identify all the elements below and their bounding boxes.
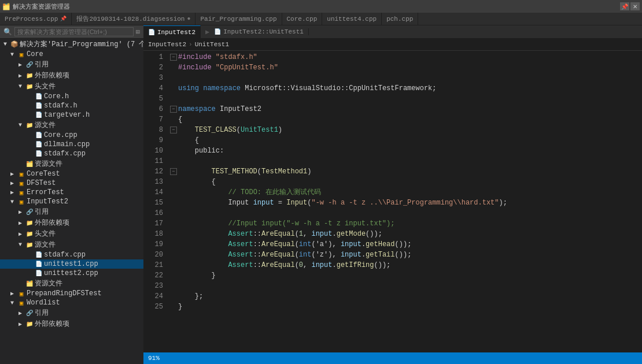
search-input[interactable] bbox=[14, 27, 134, 36]
code-token: . bbox=[332, 260, 336, 270]
code-token: ( bbox=[237, 125, 241, 135]
solution-label: 解决方案'Pair_Programming' (7 个 bbox=[20, 39, 143, 49]
file-unittest2-cpp[interactable]: 📄 unittest2.cpp bbox=[0, 269, 143, 278]
file-label: stdafx.cpp bbox=[44, 150, 86, 158]
tab-pin-icon: 📌 bbox=[60, 16, 67, 22]
code-content[interactable]: −#include "stdafx.h"#include "CppUnitTes… bbox=[168, 51, 642, 352]
collapse-button[interactable]: − bbox=[170, 106, 177, 113]
tab-label: 报告20190314-1028.diagsession bbox=[76, 14, 185, 23]
code-token: TEST_CLASS bbox=[195, 125, 237, 135]
code-line: } bbox=[170, 270, 642, 281]
top-tab-bar: PreProcess.cpp 📌 报告20190314-1028.diagses… bbox=[0, 13, 642, 25]
ref-label: 引用 bbox=[35, 60, 49, 69]
dfstest-label: DFSTest bbox=[27, 179, 56, 187]
wordlist-ext[interactable]: ▶ 📁 外部依赖项 bbox=[0, 318, 143, 329]
close-sidebar-button[interactable]: ✕ bbox=[630, 2, 640, 10]
file-core-cpp[interactable]: 📄 Core.cpp bbox=[0, 131, 143, 140]
search-icon: 🔍 bbox=[3, 28, 12, 36]
core-ext-deps[interactable]: ▶ 📁 外部依赖项 bbox=[0, 70, 143, 81]
core-sources[interactable]: ▼ 📁 源文件 bbox=[0, 120, 143, 131]
core-ref[interactable]: ▶ 🔗 引用 bbox=[0, 59, 143, 70]
code-token: , bbox=[303, 229, 311, 239]
inputtest2-resources[interactable]: 🗂️ 资源文件 bbox=[0, 278, 143, 289]
ext-arrow: ▶ bbox=[16, 72, 24, 79]
inputtest2-sources[interactable]: ▼ 📁 源文件 bbox=[0, 239, 143, 250]
code-token: }; bbox=[178, 291, 203, 302]
project-wordlist[interactable]: ▼ ▣ Wordlist bbox=[0, 298, 143, 307]
collapse-button[interactable]: − bbox=[170, 54, 177, 61]
file-stdafx2-cpp[interactable]: 📄 stdafx.cpp bbox=[0, 250, 143, 259]
code-token bbox=[178, 166, 212, 177]
file-targetver-h[interactable]: 📄 targetver.h bbox=[0, 110, 143, 120]
src-label: 源文件 bbox=[35, 120, 56, 130]
collapse-button[interactable]: − bbox=[170, 168, 177, 175]
file-core-h[interactable]: 📄 Core.h bbox=[0, 92, 143, 101]
inputtest2-ext[interactable]: ▶ 📁 外部依赖项 bbox=[0, 217, 143, 228]
core-headers[interactable]: ▼ 📁 头文件 bbox=[0, 81, 143, 92]
code-token: :: bbox=[282, 83, 290, 94]
code-token: ()); bbox=[366, 229, 382, 239]
code-token: input bbox=[253, 198, 274, 208]
code-token: #include bbox=[178, 62, 216, 73]
tab-pair-programming[interactable]: Pair_Programming.cpp bbox=[195, 13, 282, 25]
project-core[interactable]: ▼ ▣ Core bbox=[0, 50, 143, 59]
collapse-button[interactable]: − bbox=[170, 127, 177, 133]
file-dllmain-cpp[interactable]: 📄 dllmain.cpp bbox=[0, 140, 143, 149]
file-stdafx-cpp[interactable]: 📄 stdafx.cpp bbox=[0, 149, 143, 158]
editor-tab-icon2: 📄 bbox=[214, 28, 221, 35]
code-token: input bbox=[341, 250, 361, 260]
tab-unittest4[interactable]: unittest4.cpp bbox=[322, 13, 382, 25]
code-token: { bbox=[178, 114, 182, 125]
solution-root[interactable]: ▼ 📦 解决方案'Pair_Programming' (7 个 bbox=[0, 39, 143, 50]
project-coretest[interactable]: ▶ ▣ CoreTest bbox=[0, 169, 143, 179]
file-stdafx-h[interactable]: 📄 stdafx.h bbox=[0, 101, 143, 110]
code-token: public: bbox=[178, 146, 224, 156]
search-bar: 🔍 ⊞ bbox=[0, 25, 143, 39]
code-line: { bbox=[170, 114, 642, 125]
code-token: Microsoft bbox=[245, 83, 282, 94]
tab-preprocess[interactable]: PreProcess.cpp 📌 bbox=[0, 13, 72, 25]
prepand-label: PrepandRingDFSTest bbox=[27, 289, 102, 298]
project-dfstest[interactable]: ▶ ▣ DFSTest bbox=[0, 179, 143, 188]
inputtest2-headers[interactable]: ▶ 📁 头文件 bbox=[0, 228, 143, 239]
code-token: = bbox=[274, 198, 287, 208]
tab-core[interactable]: Core.cpp bbox=[282, 13, 323, 25]
project-inputtest2[interactable]: ▼ ▣ InputTest2 bbox=[0, 197, 143, 206]
breadcrumb-part2[interactable]: UnitTest1 bbox=[195, 41, 229, 48]
code-token bbox=[178, 125, 195, 135]
: ▶ bbox=[16, 220, 24, 226]
editor-tab-bar: 📄 InputTest2 ▶ 📄 InputTest2::UnitTest1 bbox=[143, 25, 642, 38]
pin-button[interactable]: 📌 bbox=[620, 2, 629, 10]
tab-diagsession[interactable]: 报告20190314-1028.diagsession ● bbox=[72, 13, 195, 25]
ref-icon2: 🔗 bbox=[24, 209, 35, 216]
tab-close-icon[interactable]: ● bbox=[187, 16, 190, 22]
editor-tab-label2: InputTest2::UnitTest1 bbox=[223, 28, 304, 35]
breadcrumb-part1[interactable]: InputTest2 bbox=[148, 41, 186, 48]
file-unittest1-cpp[interactable]: 📄 unittest1.cpp bbox=[0, 259, 143, 269]
code-token bbox=[178, 260, 228, 270]
file-label: Core.cpp bbox=[44, 131, 78, 139]
tab-label: PreProcess.cpp bbox=[5, 16, 58, 23]
project-errortest[interactable]: ▶ ▣ ErrorTest bbox=[0, 188, 143, 197]
editor-tab-unittest1[interactable]: 📄 InputTest2::UnitTest1 bbox=[209, 28, 309, 35]
editor-tab-inputtest2[interactable]: 📄 InputTest2 bbox=[143, 25, 201, 38]
code-token: AreEqual bbox=[261, 250, 295, 260]
tab-pch[interactable]: pch.cpp bbox=[382, 13, 418, 25]
code-token: . bbox=[361, 239, 366, 250]
rc-icon2: 🗂️ bbox=[24, 280, 35, 287]
code-token: :: bbox=[253, 229, 261, 239]
code-token: ()); bbox=[395, 250, 412, 260]
search-options-icon[interactable]: ⊞ bbox=[136, 28, 140, 36]
core-resources[interactable]: 🗂️ 资源文件 bbox=[0, 158, 143, 169]
inputtest2-ref[interactable]: ▶ 🔗 引用 bbox=[0, 206, 143, 217]
cpp-icon: 📄 bbox=[34, 132, 44, 139]
code-token: :: bbox=[341, 83, 349, 94]
code-line: − TEST_CLASS(UnitTest1) bbox=[170, 125, 642, 135]
project-icon6: ▣ bbox=[16, 290, 27, 298]
file-label: targetver.h bbox=[44, 111, 90, 119]
editor-tab-icon: 📄 bbox=[148, 29, 155, 36]
wordlist-ref[interactable]: ▶ 🔗 引用 bbox=[0, 307, 143, 318]
coretest-label: CoreTest bbox=[27, 170, 60, 178]
project-prepand[interactable]: ▶ ▣ PrepandRingDFSTest bbox=[0, 289, 143, 298]
ext-label: 外部依赖项 bbox=[35, 70, 69, 80]
